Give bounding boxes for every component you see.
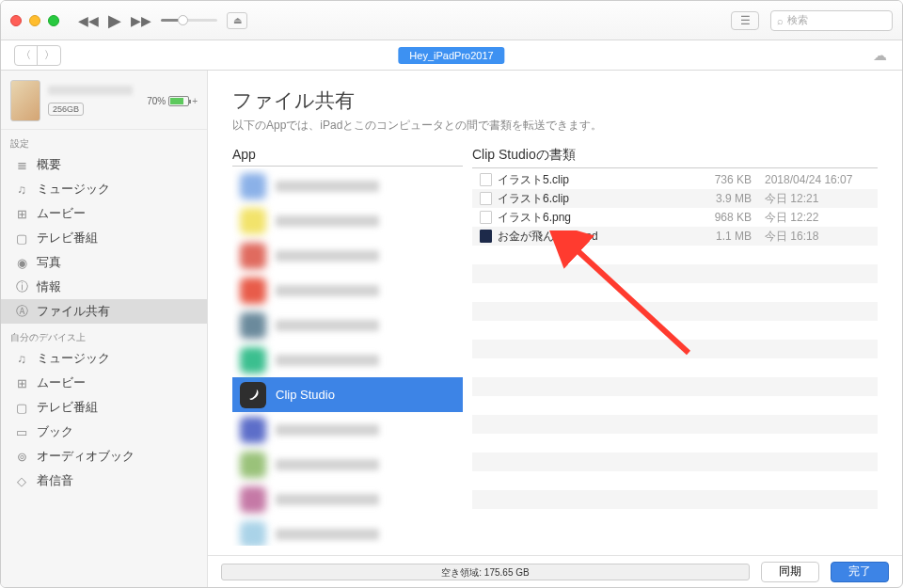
traffic-lights [10,15,59,26]
empty-row [472,302,878,321]
apps-list[interactable]: Clip Studio [232,168,463,546]
app-item[interactable] [232,168,463,203]
file-size: 968 KB [701,211,752,224]
app-item[interactable] [232,516,463,546]
document-row[interactable]: イラスト5.clip736 KB2018/04/24 16:07 [472,170,878,189]
sidebar-item[interactable]: ▢テレビ番組 [1,226,207,250]
sidebar-icon: ≣ [14,158,29,171]
sidebar-label: 情報 [37,278,61,295]
sidebar-icon: ▢ [14,231,29,245]
app-item[interactable] [232,203,463,238]
sidebar-item[interactable]: ⓘ情報 [1,275,207,299]
file-icon [480,192,492,205]
app-icon-blurred [240,417,266,443]
file-size: 1.1 MB [701,230,752,243]
search-input[interactable]: ⌕ 検索 [770,10,893,31]
sidebar-item[interactable]: ♫ミュージック [1,177,207,201]
sidebar: 256GB 70% + 設定 ≣概要♫ミュージック⊞ムービー▢テレビ番組◉写真ⓘ… [1,71,208,587]
volume-slider[interactable] [161,19,217,22]
sidebar-header-settings: 設定 [1,130,207,152]
app-label-blurred [276,215,379,227]
sidebar-item[interactable]: Ⓐファイル共有 [1,299,207,324]
app-item[interactable] [232,482,463,516]
documents-panel: Clip Studioの書類 イラスト5.clip736 KB2018/04/2… [472,147,878,546]
empty-row [472,396,878,415]
file-icon [480,230,492,243]
app-item[interactable] [232,412,463,447]
sidebar-icon: ♫ [14,183,29,196]
close-window-button[interactable] [10,15,22,26]
done-button[interactable]: 完了 [831,562,889,582]
app-item[interactable] [232,273,463,308]
app-item[interactable] [232,342,463,377]
file-name: イラスト6.clip [498,191,695,207]
app-label-blurred [276,355,379,366]
sidebar-icon: ⊞ [14,376,29,389]
airplay-button[interactable]: ⏏ [227,12,247,29]
sidebar-label: ムービー [37,374,86,391]
app-item-clip-studio[interactable]: Clip Studio [232,377,463,412]
sidebar-icon: ⊞ [14,207,29,220]
sidebar-item[interactable]: ◇着信音 [1,469,207,493]
sidebar-icon: ♫ [14,352,29,365]
file-icon [480,173,492,186]
documents-list[interactable]: イラスト5.clip736 KB2018/04/24 16:07イラスト6.cl… [472,170,878,546]
document-row[interactable]: お金が飛んでく.psd1.1 MB今日 16:18 [472,227,878,246]
sidebar-label: ファイル共有 [37,303,110,320]
empty-row [472,264,878,283]
sidebar-icon: ◉ [14,256,29,269]
sidebar-item[interactable]: ⊚オーディオブック [1,444,207,469]
file-date: 今日 16:18 [757,229,870,245]
device-name-badge[interactable]: Hey_iPadPro2017 [398,47,504,64]
battery-indicator: 70% + [147,96,198,106]
app-icon-blurred [240,208,266,234]
sidebar-label: ミュージック [37,350,110,367]
storage-bar[interactable]: 空き領域: 175.65 GB [221,564,750,580]
back-button[interactable]: 〈 [15,46,38,65]
play-button[interactable]: ▶ [108,12,121,29]
view-list-button[interactable]: ☰ [731,11,759,30]
clip-studio-icon [240,382,266,408]
sidebar-item[interactable]: ▭ブック [1,420,207,444]
file-name: お金が飛んでく.psd [498,229,695,245]
battery-percent: 70% [147,96,166,106]
app-item[interactable] [232,238,463,273]
next-track-button[interactable]: ▶▶ [131,14,151,27]
prev-track-button[interactable]: ◀◀ [78,14,99,27]
sidebar-item[interactable]: ♫ミュージック [1,346,207,371]
sidebar-item[interactable]: ⊞ムービー [1,371,207,395]
file-name: イラスト5.clip [498,172,695,188]
app-item[interactable] [232,447,463,482]
file-icon [480,211,492,224]
sidebar-item[interactable]: ≣概要 [1,152,207,177]
footer-bar: 空き領域: 175.65 GB 同期 完了 [208,555,902,587]
sync-button[interactable]: 同期 [761,562,819,582]
sidebar-label: ムービー [37,205,86,222]
sidebar-label: ミュージック [37,181,110,198]
forward-button[interactable]: 〉 [38,46,60,65]
sidebar-item[interactable]: ◉写真 [1,250,207,275]
empty-row [472,340,878,358]
sidebar-label: 着信音 [37,472,73,489]
document-row[interactable]: イラスト6.clip3.9 MB今日 12:21 [472,189,878,208]
zoom-window-button[interactable] [48,15,59,26]
empty-row [472,434,878,453]
app-label: Clip Studio [276,388,335,402]
sidebar-label: 概要 [37,156,61,173]
document-row[interactable]: イラスト6.png968 KB今日 12:22 [472,208,878,227]
sidebar-item[interactable]: ⊞ムービー [1,201,207,226]
device-thumbnail-icon [10,80,40,121]
app-label-blurred [276,494,379,505]
app-icon-blurred [240,452,266,478]
file-size: 736 KB [701,173,752,186]
file-date: 今日 12:22 [757,210,870,226]
sidebar-label: テレビ番組 [37,230,98,246]
app-label-blurred [276,181,379,192]
sidebar-item[interactable]: ▢テレビ番組 [1,395,207,420]
sidebar-icon: ▭ [14,425,29,438]
minimize-window-button[interactable] [29,15,40,26]
cloud-icon[interactable]: ☁ [873,47,887,64]
app-item[interactable] [232,308,463,342]
app-label-blurred [276,529,379,540]
device-summary[interactable]: 256GB 70% + [1,71,207,130]
